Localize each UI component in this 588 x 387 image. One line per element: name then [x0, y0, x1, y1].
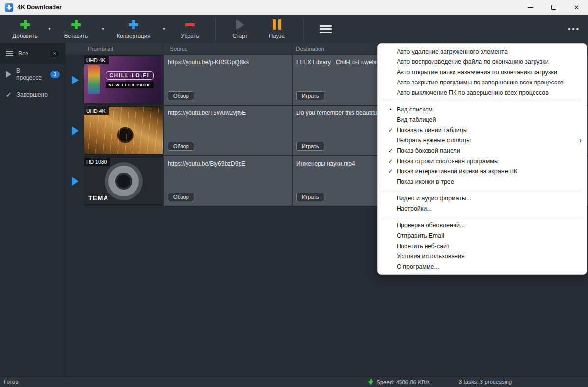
start-button-label: Старт — [232, 33, 247, 39]
plus-icon — [128, 19, 139, 30]
menu-item-show-statusbar[interactable]: ✓ Показ строки состояния программы — [378, 156, 587, 166]
table-header-thumbnail: Thumbnail — [84, 43, 163, 54]
menu-separator — [382, 101, 583, 101]
video-thumbnail[interactable]: UHD 4K CHILL-LO-FI NEW FLEX PACK — [84, 56, 163, 103]
main-menu-button[interactable] — [311, 15, 340, 43]
check-mark-icon: ✓ — [384, 168, 397, 175]
row-play-button[interactable] — [72, 76, 79, 84]
pause-button[interactable]: Пауза — [257, 15, 296, 43]
statusbar: Готов Speed: 4506.86 KB/s 3 tasks: 3 pro… — [0, 376, 588, 387]
play-file-button[interactable]: Играть — [296, 142, 324, 151]
thumbnail-cell: HD 1080 ТЕМА — [84, 156, 163, 206]
chevron-down-icon: ▾ — [163, 27, 165, 31]
tasks-status-text: 3 tasks: 3 processing — [459, 377, 512, 387]
sidebar-item-completed[interactable]: ✓ Завершено — [0, 84, 65, 105]
thumbnail-title: ТЕМА — [88, 194, 108, 202]
menu-item-show-desktop-icon[interactable]: ✓ Показ интерактивной иконки на экране П… — [378, 166, 587, 176]
video-thumbnail[interactable]: UHD 4K — [84, 107, 163, 154]
menu-item-auto-shutdown[interactable]: Авто выключение ПК по завершению всех пр… — [378, 87, 587, 98]
menu-item-about[interactable]: О программе... — [378, 261, 587, 272]
minimize-button[interactable] — [519, 0, 542, 15]
thumbnail-cell: UHD 4K CHILL-LO-FI NEW FLEX PACK — [84, 55, 163, 105]
convert-button[interactable]: Конвертация — [110, 15, 157, 43]
paste-button[interactable]: Вставить — [56, 15, 96, 43]
sidebar-item-label: В процессе — [16, 67, 45, 81]
chevron-down-icon: ▾ — [48, 27, 51, 31]
row-play-button[interactable] — [72, 126, 79, 135]
overflow-button[interactable]: ••• — [560, 15, 588, 43]
paste-dropdown-button[interactable]: ▾ — [96, 15, 110, 43]
browse-button[interactable]: Обзор — [168, 91, 194, 100]
menu-item-table-view[interactable]: Вид таблицей — [378, 114, 587, 125]
menu-item-visit-website[interactable]: Посетить веб-сайт — [378, 241, 587, 251]
menu-item-list-view[interactable]: • Вид списком — [378, 104, 587, 114]
menu-item-auto-open-folder[interactable]: Авто открытие папки назначения по оконча… — [378, 67, 587, 77]
titlebar: 4K Downloader ✕ — [0, 0, 588, 15]
check-mark-icon: ✓ — [384, 127, 397, 134]
source-url: https://youtu.be/Biy69bzD9pE — [168, 160, 288, 167]
browse-button[interactable]: Обзор — [168, 193, 194, 201]
source-url: https://youtu.be/T5Wuw2vjf5E — [168, 110, 288, 116]
close-button[interactable]: ✕ — [565, 0, 588, 15]
sidebar-item-in-progress[interactable]: В процессе 3 — [0, 64, 65, 84]
menu-item-terms[interactable]: Условия использования — [378, 251, 587, 261]
source-cell: https://youtu.be/T5Wuw2vjf5E Обзор — [163, 106, 292, 155]
video-thumbnail[interactable]: HD 1080 ТЕМА — [84, 158, 163, 204]
toolbar: Добавить ▾ Вставить ▾ Конвертация ▾ Убра… — [0, 15, 588, 43]
quality-badge: UHD 4K — [84, 56, 109, 64]
menu-separator — [382, 190, 583, 190]
sidebar-item-label: Все — [18, 50, 28, 57]
toolbar-separator — [303, 18, 304, 40]
menu-item-choose-columns[interactable]: Выбрать нужные столбцы › — [378, 135, 587, 145]
dropdown-menu: Авто удаление загруженного элемента Авто… — [377, 43, 587, 275]
play-icon — [236, 19, 244, 30]
play-file-button[interactable]: Играть — [296, 91, 324, 100]
menu-item-auto-close[interactable]: Авто закрытие программы по завершению вс… — [378, 77, 587, 87]
maximize-button[interactable] — [542, 0, 565, 15]
status-ready-text: Готов — [4, 377, 18, 387]
menu-item-show-table-lines[interactable]: ✓ Показать линии таблицы — [378, 125, 587, 135]
add-button[interactable]: Добавить — [8, 15, 42, 43]
close-icon: ✕ — [574, 4, 579, 11]
menu-item-send-email[interactable]: Отправить Email — [378, 230, 587, 241]
speed-text: Speed: 4506.86 KB/s — [376, 379, 430, 385]
menu-item-formats[interactable]: Видео и аудио форматы... — [378, 193, 587, 203]
thumbnail-cell: UHD 4K — [84, 106, 163, 155]
play-file-button[interactable]: Играть — [296, 193, 324, 201]
menu-separator — [382, 217, 583, 217]
remove-button[interactable]: Убрать — [171, 15, 209, 43]
sidebar-item-label: Завершено — [17, 91, 48, 98]
remove-button-label: Убрать — [181, 33, 199, 39]
thumbnail-subtitle: NEW FLEX PACK — [106, 82, 153, 88]
menu-item-show-tray-icon[interactable]: Показ иконки в трее — [378, 176, 587, 187]
download-arrow-icon — [368, 379, 374, 385]
source-cell: https://youtu.be/Biy69bzD9pE Обзор — [163, 156, 292, 206]
row-play-cell — [65, 55, 84, 105]
chevron-down-icon: ▾ — [102, 27, 104, 31]
menu-item-check-updates[interactable]: Проверка обновлений... — [378, 220, 587, 230]
row-play-button[interactable] — [72, 177, 79, 186]
sidebar-item-all[interactable]: Все 3 — [0, 43, 65, 64]
menu-item-show-sidebar[interactable]: ✓ Показ боковой панели — [378, 145, 587, 156]
table-header-source: Source — [163, 43, 292, 54]
count-badge: 3 — [50, 71, 60, 78]
submenu-arrow-icon: › — [574, 137, 582, 144]
hamburger-icon — [320, 28, 332, 30]
menu-item-auto-delete[interactable]: Авто удаление загруженного элемента — [378, 46, 587, 56]
maximize-icon — [551, 5, 556, 10]
menu-item-settings[interactable]: Настройки... — [378, 203, 587, 214]
menu-item-auto-play[interactable]: Авто воспроизведение файла по окончанию … — [378, 56, 587, 67]
check-mark-icon: ✓ — [384, 158, 397, 165]
check-mark-icon: ✓ — [384, 147, 397, 154]
bullet-mark-icon: • — [384, 106, 397, 113]
plus-icon — [71, 19, 81, 30]
browse-button[interactable]: Обзор — [168, 142, 194, 151]
convert-button-label: Конвертация — [117, 33, 151, 39]
start-button[interactable]: Старт — [223, 15, 257, 43]
thumbnail-title: CHILL-LO-FI — [106, 71, 154, 80]
add-button-label: Добавить — [13, 33, 38, 39]
add-dropdown-button[interactable]: ▾ — [42, 15, 56, 43]
check-icon: ✓ — [6, 91, 12, 99]
minus-icon — [185, 19, 195, 30]
convert-dropdown-button[interactable]: ▾ — [157, 15, 171, 43]
